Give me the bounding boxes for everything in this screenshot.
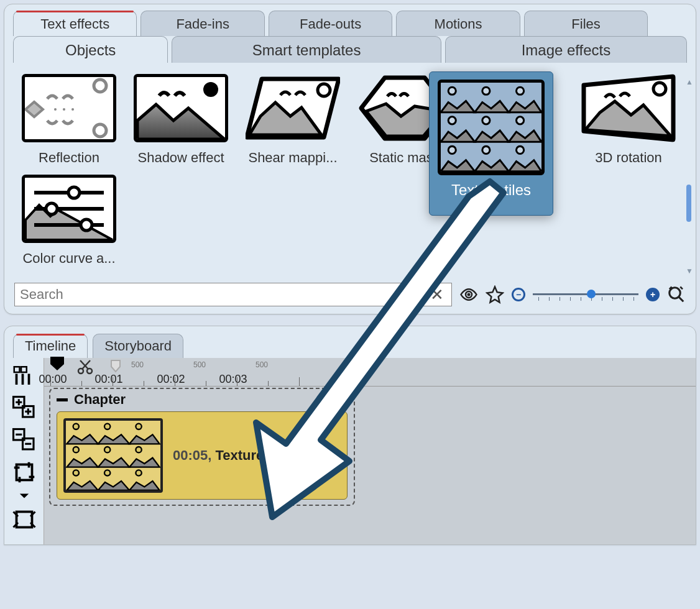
playhead-icon[interactable] (49, 355, 65, 372)
svg-rect-37 (21, 367, 27, 372)
chapter-block[interactable]: Chapter (49, 388, 355, 506)
svg-rect-66 (67, 421, 159, 490)
svg-point-28 (482, 87, 490, 94)
zoom-out-button[interactable]: − (512, 288, 525, 301)
gallery-scrollbar[interactable]: ▲ ▼ (686, 79, 692, 275)
timeline-content: 00:00 500 00:01 500 00:02 500 00:03 (4, 358, 696, 544)
zoom-in-button[interactable]: + (646, 288, 660, 301)
favorite-star-icon[interactable] (486, 285, 504, 304)
svg-point-70 (73, 447, 79, 452)
chapter-header[interactable]: Chapter (50, 389, 354, 410)
effects-gallery: Reflection Shadow effect (4, 63, 696, 279)
svg-point-30 (448, 117, 456, 124)
ruler-ms-2: 500 (256, 360, 268, 369)
clear-search-icon[interactable]: ✕ (426, 285, 448, 304)
svg-point-6 (71, 108, 74, 111)
tab-objects[interactable]: Objects (13, 36, 168, 63)
tool-remove-track-icon[interactable] (12, 428, 37, 452)
svg-point-32 (517, 117, 524, 124)
search-input[interactable] (19, 286, 426, 303)
shadow-effect-label: Shadow effect (131, 150, 231, 172)
gallery-item-texture-tiles-selected[interactable]: Texture tiles (429, 71, 553, 216)
tab-timeline[interactable]: Timeline (13, 334, 88, 358)
svg-rect-36 (14, 367, 19, 372)
timeline-tools (4, 358, 44, 544)
gallery-item-shear-mapping[interactable]: Shear mappi... (243, 74, 343, 172)
svg-point-67 (73, 424, 79, 429)
svg-point-35 (517, 146, 524, 153)
tab-storyboard[interactable]: Storyboard (93, 334, 183, 358)
marker-icon[interactable] (109, 359, 122, 373)
tool-add-track-icon[interactable] (12, 395, 37, 420)
search-toolbar: ✕ − + (4, 279, 696, 306)
rotation-3d-thumb (581, 74, 676, 142)
category-tabs-row-2: Objects Smart templates Image effects (4, 36, 696, 63)
category-tabs-row-1: Text effects Fade-ins Fade-outs Motions … (4, 4, 696, 36)
scroll-handle[interactable] (686, 185, 691, 222)
tab-motions[interactable]: Motions (396, 11, 520, 36)
tool-fit-icon[interactable] (12, 507, 37, 532)
svg-point-74 (104, 470, 110, 475)
svg-point-29 (517, 87, 524, 94)
tab-files[interactable]: Files (524, 11, 648, 36)
timeline-track-area[interactable]: 00:00 500 00:01 500 00:02 500 00:03 (44, 358, 696, 544)
svg-point-19 (46, 203, 57, 214)
clip-label: 00:05, Texture tiles (173, 447, 295, 464)
clip-name: Texture tiles (216, 447, 295, 463)
shear-mapping-label: Shear mappi... (243, 150, 343, 172)
gallery-item-reflection[interactable]: Reflection (19, 74, 119, 172)
scroll-up-icon[interactable]: ▲ (686, 79, 692, 86)
svg-point-72 (136, 447, 141, 452)
svg-point-69 (136, 424, 141, 429)
svg-point-20 (81, 219, 92, 231)
scroll-down-icon[interactable]: ▼ (686, 268, 692, 275)
tool-expand-icon[interactable] (12, 492, 37, 500)
shear-mapping-thumb (246, 74, 340, 142)
gallery-item-3d-rotation[interactable]: 3D rotation (579, 74, 678, 172)
tab-smart-templates[interactable]: Smart templates (172, 36, 441, 63)
reflection-label: Reflection (19, 150, 119, 172)
tool-crop-icon[interactable] (12, 460, 37, 485)
ruler-ms-1: 500 (193, 360, 206, 369)
tab-image-effects[interactable]: Image effects (445, 36, 687, 63)
svg-point-31 (482, 117, 490, 124)
zoom-slider-thumb[interactable] (587, 290, 596, 298)
tool-split-icon[interactable] (12, 363, 37, 388)
svg-rect-57 (16, 512, 32, 528)
effects-panel: Text effects Fade-ins Fade-outs Motions … (4, 4, 696, 314)
svg-point-4 (54, 108, 57, 111)
scissors-icon[interactable] (76, 358, 94, 375)
svg-line-25 (680, 287, 683, 290)
timeline-clip[interactable]: 00:05, Texture tiles (57, 411, 348, 500)
ruler-ms-0: 500 (131, 360, 144, 369)
search-box[interactable]: ✕ (14, 283, 452, 306)
clip-thumb (63, 418, 163, 493)
svg-point-27 (448, 87, 456, 94)
texture-tiles-label: Texture tiles (430, 181, 553, 199)
svg-point-8 (203, 82, 218, 97)
gallery-item-shadow-effect[interactable]: Shadow effect (131, 74, 231, 172)
gallery-item-color-curve[interactable]: Color curve a... (19, 175, 119, 273)
tab-text-effects[interactable]: Text effects (13, 11, 137, 36)
svg-point-22 (670, 288, 681, 299)
tab-fade-ins[interactable]: Fade-ins (140, 11, 264, 36)
chapter-label: Chapter (74, 392, 126, 408)
svg-point-18 (68, 187, 80, 198)
zoom-fit-icon[interactable] (667, 285, 686, 304)
clip-time: 00:05, (173, 447, 211, 463)
timeline-ruler[interactable]: 00:00 500 00:01 500 00:02 500 00:03 (44, 358, 696, 387)
svg-marker-56 (19, 493, 28, 498)
svg-point-71 (104, 447, 110, 452)
color-curve-label: Color curve a... (19, 250, 119, 273)
svg-point-21 (467, 293, 471, 296)
reflection-thumb (22, 74, 116, 142)
preview-eye-icon[interactable] (459, 285, 478, 304)
svg-point-33 (448, 146, 456, 153)
texture-tiles-thumb (438, 80, 545, 175)
timeline-tabs: Timeline Storyboard (4, 326, 696, 358)
collapse-icon[interactable] (57, 398, 68, 401)
svg-point-73 (73, 470, 79, 475)
tab-fade-outs[interactable]: Fade-outs (269, 11, 392, 36)
zoom-slider[interactable] (533, 287, 638, 302)
svg-rect-26 (441, 83, 541, 172)
